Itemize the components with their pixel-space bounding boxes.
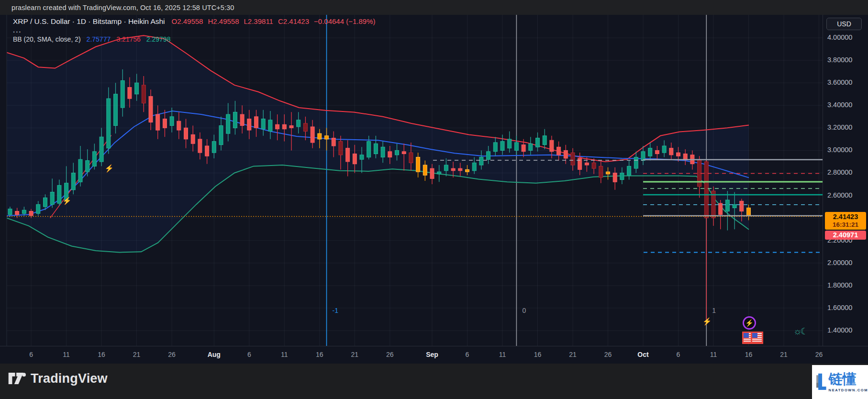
sun-moon-icon: ☼☾ [793, 326, 807, 337]
ohlc-high: H2.49558 [208, 17, 239, 25]
last-price-badge: 2.41423 16:31:21 [825, 212, 866, 230]
time-tick-month: Aug [203, 351, 224, 358]
time-tick-day: 6 [21, 351, 42, 358]
time-tick-day: 21 [562, 351, 583, 358]
vertical-line-label[interactable]: -1 [333, 307, 338, 314]
purple-lightning-sticker[interactable]: ⚡ [743, 316, 756, 330]
vertical-line-label[interactable]: 0 [522, 307, 526, 314]
ohlc-low: L2.39811 [244, 17, 273, 25]
price-tick-label: 1.60000 [827, 304, 852, 311]
time-tick-month: Oct [633, 351, 654, 358]
lightning-emoji-marker[interactable]: ⚡ [63, 197, 72, 205]
time-tick-day: 11 [56, 351, 77, 358]
tradingview-logo-icon [8, 371, 26, 386]
price-tick-label: 4.00000 [827, 33, 852, 41]
ohlc-close: C2.41423 [278, 17, 309, 25]
ohlc-open: O2.49558 [172, 17, 203, 25]
time-tick-day: 26 [809, 351, 830, 358]
time-tick-day: 21 [344, 351, 365, 358]
time-tick-day: 6 [239, 351, 260, 358]
price-tick-label: 3.80000 [827, 56, 852, 64]
price-tick-label: 1.80000 [827, 281, 852, 289]
ohlc-change: −0.04644 (−1.89%) [314, 17, 375, 25]
time-tick-day: 26 [161, 351, 182, 358]
price-tick-label: 1.40000 [827, 326, 852, 334]
time-tick-day: 21 [773, 351, 794, 358]
chart-canvas[interactable] [0, 0, 868, 399]
price-tick-label: 3.60000 [827, 78, 852, 86]
attribution-text: praslearn created with TradingView.com, … [11, 4, 234, 11]
price-tick-label: 3.40000 [827, 101, 852, 109]
bb-upper-value: 3.21756 [116, 35, 141, 43]
time-tick-day: 16 [738, 351, 759, 358]
tradingview-logo-text: TradingView [31, 371, 108, 386]
time-tick-day: 21 [126, 351, 147, 358]
partner-logo-textblock: 链懂 NEATDOWN.COM [829, 372, 868, 392]
last-price-value: 2.41423 [825, 213, 866, 221]
price-tick-label: 2.00000 [827, 259, 852, 266]
partner-logo[interactable]: 链懂 NEATDOWN.COM [812, 365, 868, 399]
legend-more-toggle[interactable]: ... [13, 27, 22, 33]
time-tick-day: 6 [668, 351, 689, 358]
partner-logo-text: 链懂 [829, 372, 868, 386]
ohlc-values: O2.49558H2.49558L2.39811C2.41423−0.04644… [172, 17, 380, 25]
bb-basis-value: 2.75777 [87, 35, 111, 43]
time-tick-day: 16 [91, 351, 112, 358]
lightning-emoji-marker[interactable]: ⚡ [105, 164, 114, 173]
time-tick-day: 11 [492, 351, 513, 358]
time-tick-day: 6 [457, 351, 478, 358]
time-tick-month: Sep [422, 351, 443, 358]
time-scale[interactable]: 611162126Aug611162126Sep611162126Oct6111… [0, 346, 868, 364]
price-tick-label: 3.20000 [827, 123, 852, 131]
tradingview-logo[interactable]: TradingView [8, 371, 108, 386]
price-tick-label: 2.80000 [827, 168, 852, 176]
bar-close-countdown: 16:31:21 [825, 221, 866, 228]
time-tick-day: 26 [598, 351, 619, 358]
partner-logo-icon [816, 367, 826, 398]
chart-legend: XRP / U.S. Dollar · 1D · Bitstamp · Heik… [13, 17, 380, 43]
currency-label: USD [837, 20, 851, 28]
indicator-label[interactable]: BB (20, SMA, close, 2) [13, 35, 81, 43]
time-tick-day: 11 [274, 351, 295, 358]
lightning-emoji-marker[interactable]: ⚡ [702, 317, 712, 326]
attribution-bar: praslearn created with TradingView.com, … [0, 0, 868, 15]
tradingview-chart-window: praslearn created with TradingView.com, … [0, 0, 868, 399]
price-scale[interactable]: USD 4.000003.800003.600003.400003.200003… [823, 15, 868, 346]
secondary-price-badge: 2.40971 [825, 231, 866, 240]
time-tick-day: 26 [379, 351, 401, 358]
footer-bar: TradingView 链懂 NEATDOWN.COM [0, 364, 868, 399]
time-tick-day: 11 [703, 351, 724, 358]
currency-toggle-button[interactable]: USD [826, 18, 862, 30]
time-tick-day: 16 [527, 351, 548, 358]
price-tick-label: 2.60000 [827, 191, 852, 199]
symbol-title[interactable]: XRP / U.S. Dollar · 1D · Bitstamp · Heik… [13, 17, 165, 26]
partner-logo-tagline: NEATDOWN.COM [829, 388, 868, 392]
vertical-line-label[interactable]: 1 [712, 307, 716, 314]
time-tick-day: 16 [309, 351, 330, 358]
price-tick-label: 3.00000 [827, 146, 852, 154]
bb-lower-value: 2.29798 [146, 35, 171, 43]
